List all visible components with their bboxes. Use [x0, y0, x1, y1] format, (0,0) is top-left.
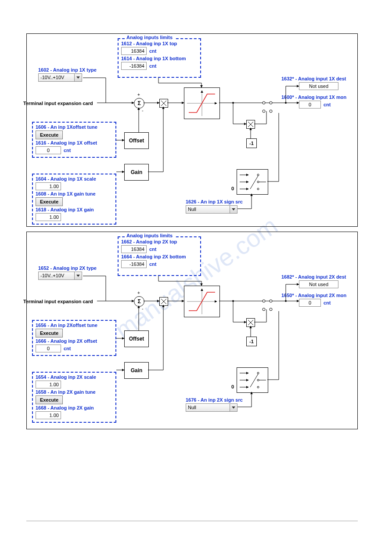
svg-point-34 — [263, 102, 265, 104]
svg-point-80 — [270, 300, 272, 302]
svg-point-82 — [270, 308, 272, 311]
diagram-panel-1x: Analog inputs limits 1612 - Analog inp 1… — [26, 33, 358, 227]
wiring — [27, 34, 358, 227]
wiring — [27, 232, 358, 425]
svg-point-79 — [263, 300, 265, 302]
svg-point-37 — [270, 110, 272, 112]
svg-point-81 — [263, 308, 265, 311]
svg-point-35 — [270, 102, 272, 104]
svg-point-36 — [263, 110, 265, 112]
diagram-panel-2x: Analog inputs limits 1662 - Analog inp 2… — [26, 232, 358, 429]
footer-rule — [26, 521, 358, 521]
